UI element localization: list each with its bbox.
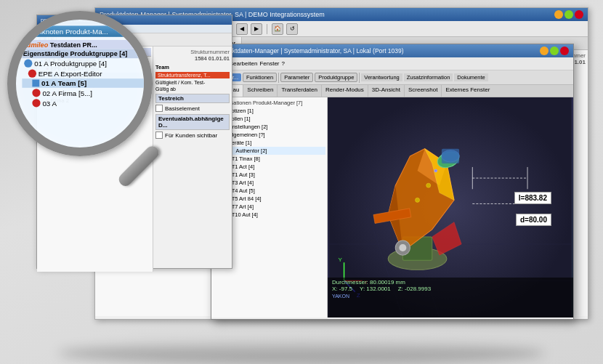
fg-menu-fenster[interactable]: Fenster — [259, 60, 279, 67]
mag-01ateam: 01 A Team [5] — [22, 78, 152, 88]
screenshot-container: admileo Produktdaten-Manager | Systemadm… — [0, 0, 603, 364]
fg-t1act-label: T1 Act [4] — [232, 163, 255, 170]
fg-authentor-label: Authentor [2] — [235, 147, 267, 154]
nav-fwd[interactable]: ▶ — [251, 23, 262, 35]
fg-content: Organisationen Produkt-Manager [7] Notiz… — [211, 97, 573, 318]
fg-sep-1 — [278, 73, 279, 83]
magnified-content: ppenknoten Produkt-Ma... admileo Testdat… — [16, 20, 153, 114]
fg-status-bar: YAKON — [332, 294, 569, 299]
mag-03a: 03 A — [22, 98, 152, 108]
magnifier: ppenknoten Produkt-Ma... admileo Testdat… — [0, 4, 182, 207]
mag-03a-label: 03 A — [42, 100, 57, 107]
mag-01a: 01 A Produktgruppe [4] — [22, 58, 152, 68]
fg-tab-schreiben[interactable]: Schreiben — [243, 85, 278, 97]
z-coord: Z: -028.9993 — [398, 286, 431, 292]
shadow-reflection — [58, 342, 545, 364]
fg-tab-3d[interactable]: 3D-Ansicht — [368, 85, 405, 97]
mag-02a: 02 A Firma [5...] — [22, 88, 152, 98]
close-button[interactable] — [575, 10, 583, 19]
fg-allgemeinen-label: Allgemeinen [?] — [227, 132, 265, 138]
fg-t10aut-label: T10 Aut [4] — [232, 211, 258, 218]
fg-tab-screenshot[interactable]: Screenshot — [405, 85, 442, 97]
refresh-icon[interactable]: ↺ — [286, 23, 298, 35]
mag-epe-icon — [28, 70, 36, 78]
magnifier-handle — [116, 144, 161, 189]
svg-point-19 — [426, 183, 431, 187]
fg-funktionen-btn[interactable]: Funktionen — [243, 73, 277, 82]
fg-t1aut-label: T1 Aut [3] — [232, 171, 255, 178]
x-coord: X: -97.5 — [332, 286, 352, 292]
mag-02a-icon — [32, 89, 40, 97]
fg-title-bar: Produktdaten-Manager | Systemadministrat… — [211, 44, 573, 57]
mag-root-label: admileo Testdaten PR... — [22, 40, 152, 49]
mag-admileo-label: admileo — [23, 41, 48, 48]
fg-t7art-label: T7 Art [4] — [232, 203, 254, 210]
orig-strukturnummer-value: 1584 01.01.01 — [195, 55, 230, 62]
minimize-button[interactable] — [554, 10, 563, 19]
xyz-coords: X: -97.5 Y: 132.0001 Z: -028.9993 — [332, 286, 569, 292]
fg-menubar: Datei Bearbeiten Fenster ? — [211, 57, 573, 70]
title-bar-buttons — [554, 10, 583, 19]
fg-sep-2 — [359, 73, 360, 83]
fg-tab-bar: Vorschau Schreiben Transferdaten Render-… — [211, 85, 573, 97]
fg-parameter-btn[interactable]: Parameter — [280, 73, 313, 82]
fg-window-title: Produktdaten-Manager | Systemadministrat… — [216, 47, 404, 54]
mag-01ateam-icon — [32, 80, 39, 87]
toolbar-sep-4 — [267, 24, 267, 34]
fg-toolbar-2: Vorführ... Funktionen Parameter Produktg… — [211, 70, 573, 85]
svg-point-20 — [434, 169, 437, 172]
mag-03a-icon — [32, 99, 40, 107]
cad-background: X Y Z l=883.82 d=80.00 Durchmesser: 80.0… — [328, 97, 573, 318]
fg-dokumente-btn[interactable]: Dokumente — [454, 73, 487, 81]
magnifier-glass: ppenknoten Produkt-Ma... admileo Testdat… — [7, 11, 153, 156]
mag-01a-label: 01 A Produktgruppe [4] — [34, 60, 107, 67]
fg-title-buttons — [540, 46, 569, 55]
fg-t3art-label: T3 Art [4] — [232, 179, 254, 186]
mag-02a-label: 02 A Firma [5...] — [42, 89, 92, 97]
fg-verantwortung-btn[interactable]: Verantwortung — [361, 73, 402, 81]
fg-minimize-btn[interactable] — [540, 46, 549, 55]
fg-tab-externes[interactable]: Externes Fenster — [442, 85, 493, 97]
mag-01ateam-label: 01 A Team [5] — [41, 80, 86, 87]
y-coord: Y: 132.0001 — [360, 286, 391, 292]
fg-close-btn[interactable] — [560, 46, 569, 55]
mag-epe: EPE A Export-Editor — [22, 68, 152, 78]
measure-l-label: l=883.82 — [514, 192, 551, 204]
fg-produktgr-btn[interactable]: Produktgruppe — [315, 73, 357, 82]
mag-01a-icon — [24, 60, 32, 68]
svg-rect-13 — [442, 149, 459, 163]
bottom-coords-panel: Durchmesser: 80.00019 mm X: -97.5 Y: 132… — [328, 278, 573, 318]
fg-port-label: YAKON — [332, 294, 349, 299]
svg-text:Y: Y — [338, 256, 342, 263]
nav-back[interactable]: ◀ — [236, 23, 248, 35]
mag-window-title: ppenknoten Produkt-Ma... — [22, 25, 152, 36]
fg-tab-render[interactable]: Render-Modus — [322, 85, 368, 97]
fg-einstellungen-label: Einstellungen [2] — [227, 124, 267, 130]
fg-zusatzinf-btn[interactable]: Zusatzinformation — [404, 73, 453, 81]
svg-point-15 — [399, 244, 406, 251]
fg-t5art-label: T5 Art 84 [4] — [232, 195, 262, 202]
durchmesser-display: Durchmesser: 80.00019 mm — [332, 279, 569, 286]
fg-menu-help[interactable]: ? — [282, 60, 285, 67]
fg-t1tinax-label: T1 Tinax [8] — [232, 155, 260, 162]
measure-d-label: d=80.00 — [516, 214, 551, 226]
fg-maximize-btn[interactable] — [550, 46, 559, 55]
cad-panel: X Y Z l=883.82 d=80.00 Durchmesser: 80.0… — [328, 97, 573, 318]
svg-point-18 — [416, 198, 420, 202]
maximize-button[interactable] — [564, 10, 573, 19]
mag-eigenstandige: Eigenständige Produktgruppe [4] — [22, 49, 152, 59]
mag-epe-label: EPE A Export-Editor — [39, 70, 102, 77]
fg-window: Produktdaten-Manager | Systemadministrat… — [211, 44, 574, 320]
home-icon[interactable]: 🏠 — [272, 23, 283, 35]
fg-t4aut-label: T4 Aut [5] — [232, 187, 255, 194]
fg-tab-transferdaten[interactable]: Transferdaten — [278, 85, 322, 97]
fg-menu-bearbeiten[interactable]: Bearbeiten — [230, 60, 258, 67]
